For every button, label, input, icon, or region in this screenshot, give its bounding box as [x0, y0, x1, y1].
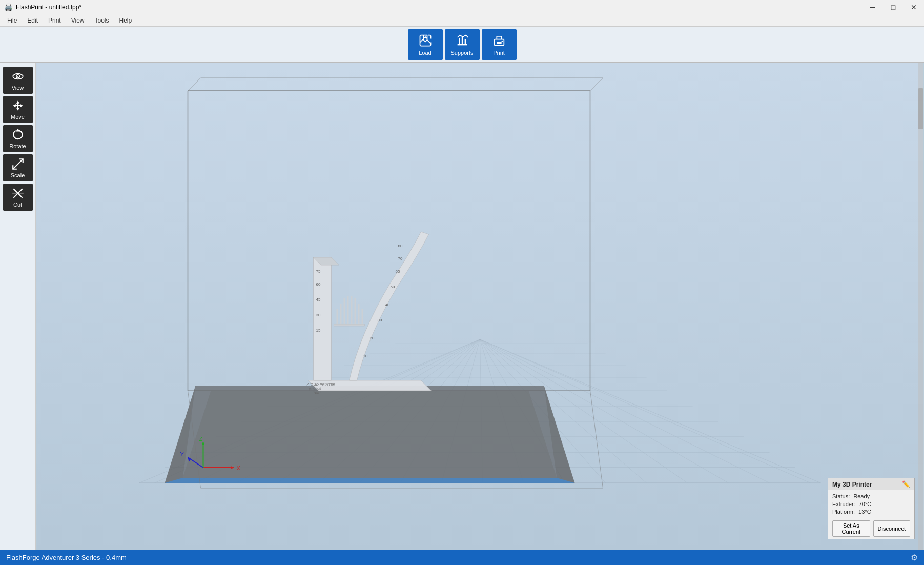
svg-text:TEST: TEST	[313, 391, 322, 394]
print-label: Print	[493, 50, 505, 56]
svg-rect-87	[351, 296, 353, 324]
set-as-current-button[interactable]: Set As Current	[832, 520, 870, 537]
svg-rect-5	[497, 42, 501, 44]
viewport[interactable]: 75 60 45 30 15 80 70 60 50 40 30 20 10 A…	[36, 63, 924, 550]
svg-rect-0	[457, 44, 467, 45]
svg-rect-82	[334, 324, 365, 326]
svg-text:40: 40	[385, 302, 390, 307]
svg-point-6	[501, 41, 502, 42]
svg-rect-89	[358, 304, 360, 324]
svg-rect-86	[347, 296, 349, 324]
menu-item-help[interactable]: Help	[114, 16, 137, 25]
view-icon	[11, 70, 25, 83]
printer-info-label: FlashForge Adventurer 3 Series - 0.4mm	[6, 554, 127, 561]
scale-button[interactable]: Scale	[3, 154, 33, 181]
print-icon	[492, 33, 506, 48]
move-label: Move	[11, 114, 25, 120]
svg-text:60: 60	[396, 269, 400, 274]
status-label: Status:	[832, 493, 850, 499]
titlebar-title: FlashPrint - untitled.fpp*	[16, 4, 81, 11]
print-button[interactable]: Print	[482, 29, 517, 60]
supports-button[interactable]: Supports	[445, 29, 480, 60]
svg-text:Y: Y	[180, 451, 184, 457]
scale-label: Scale	[11, 172, 25, 178]
menubar: FileEditPrintViewToolsHelp	[0, 14, 924, 27]
svg-text:70: 70	[398, 256, 403, 261]
supports-label: Supports	[450, 50, 473, 56]
svg-rect-88	[355, 298, 356, 324]
titlebar-controls: ─ □ ✕	[863, 0, 924, 14]
rotate-icon	[11, 128, 25, 142]
svg-rect-85	[344, 298, 345, 324]
printer-panel-header: My 3D Printer ✏️	[828, 478, 914, 490]
svg-line-13	[13, 159, 23, 169]
rotate-label: Rotate	[9, 143, 26, 149]
sidebar: View Move Rotate Scale	[0, 63, 36, 550]
menu-item-file[interactable]: File	[2, 16, 22, 25]
printer-panel-footer: Set As Current Disconnect	[828, 518, 914, 539]
printer-name: My 3D Printer	[832, 481, 872, 488]
svg-text:20: 20	[370, 336, 375, 340]
extruder-row: Extruder: 70°C	[832, 501, 910, 507]
rotate-button[interactable]: Rotate	[3, 125, 33, 152]
svg-rect-2	[461, 36, 462, 44]
supports-icon	[455, 33, 469, 48]
settings-icon[interactable]: ⚙	[911, 553, 918, 562]
svg-text:AIO 3D PRINTER: AIO 3D PRINTER	[306, 382, 336, 386]
svg-text:30: 30	[316, 313, 321, 317]
disconnect-button[interactable]: Disconnect	[873, 520, 910, 537]
svg-rect-1	[459, 38, 460, 44]
svg-text:75: 75	[316, 269, 321, 274]
svg-marker-11	[13, 100, 23, 111]
svg-text:80: 80	[398, 244, 403, 248]
svg-text:15: 15	[316, 328, 321, 333]
move-button[interactable]: Move	[3, 96, 33, 123]
edit-icon[interactable]: ✏️	[902, 480, 910, 488]
svg-rect-83	[337, 309, 338, 324]
menu-item-tools[interactable]: Tools	[90, 16, 114, 25]
menu-item-print[interactable]: Print	[43, 16, 66, 25]
platform-label: Platform:	[832, 509, 855, 515]
svg-rect-84	[340, 304, 342, 324]
titlebar: 🖨️ FlashPrint - untitled.fpp* ─ □ ✕	[0, 0, 924, 14]
svg-rect-101	[918, 88, 923, 129]
close-button[interactable]: ✕	[904, 0, 924, 14]
cut-icon	[11, 187, 25, 200]
svg-text:10: 10	[363, 354, 368, 358]
view-button[interactable]: View	[3, 67, 33, 94]
status-row: Status: Ready	[832, 493, 910, 499]
svg-marker-64	[314, 257, 332, 380]
svg-point-9	[17, 76, 18, 77]
app-icon: 🖨️	[4, 3, 13, 11]
main-area: View Move Rotate Scale	[0, 63, 924, 550]
scale-icon	[11, 157, 25, 171]
platform-row: Platform: 13°C	[832, 509, 910, 515]
svg-text:60: 60	[316, 282, 321, 287]
svg-rect-100	[918, 63, 923, 550]
load-icon	[418, 33, 433, 48]
extruder-label: Extruder:	[832, 501, 855, 507]
load-label: Load	[419, 50, 431, 56]
extruder-value: 70°C	[859, 501, 872, 507]
svg-marker-50	[165, 478, 575, 483]
printer-panel: My 3D Printer ✏️ Status: Ready Extruder:…	[828, 478, 915, 539]
svg-text:50: 50	[391, 285, 395, 289]
svg-text:(MICRO): (MICRO)	[309, 387, 321, 390]
minimize-button[interactable]: ─	[863, 0, 883, 14]
maximize-button[interactable]: □	[883, 0, 904, 14]
view-label: View	[12, 85, 24, 91]
toolbar: Load Supports Print	[0, 27, 924, 63]
status-value: Ready	[853, 493, 870, 499]
titlebar-left: 🖨️ FlashPrint - untitled.fpp*	[0, 3, 81, 11]
cut-label: Cut	[13, 201, 22, 208]
cut-button[interactable]: Cut	[3, 184, 33, 211]
menu-item-view[interactable]: View	[66, 16, 90, 25]
menu-item-edit[interactable]: Edit	[22, 16, 43, 25]
statusbar: FlashForge Adventurer 3 Series - 0.4mm ⚙	[0, 550, 924, 565]
svg-text:45: 45	[316, 297, 321, 302]
load-button[interactable]: Load	[408, 29, 443, 60]
svg-rect-3	[464, 39, 465, 44]
svg-rect-16	[12, 193, 24, 194]
printer-panel-body: Status: Ready Extruder: 70°C Platform: 1…	[828, 490, 914, 518]
viewport-grid: 75 60 45 30 15 80 70 60 50 40 30 20 10 A…	[36, 63, 924, 550]
